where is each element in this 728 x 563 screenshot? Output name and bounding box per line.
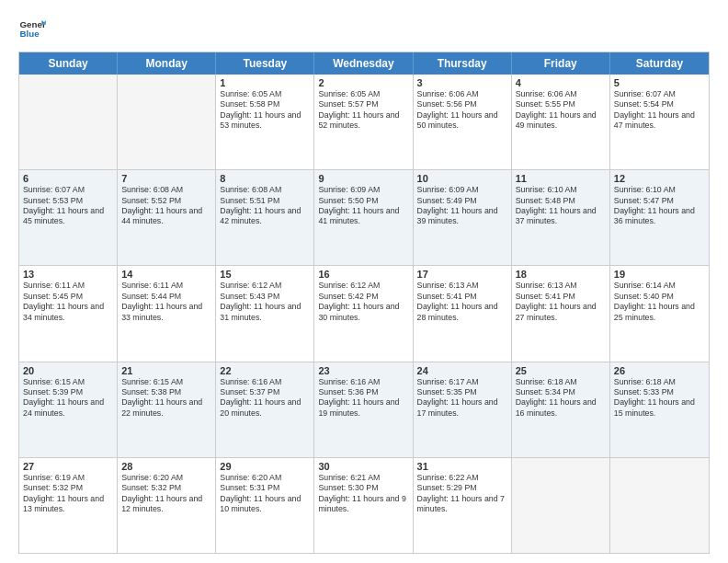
day-info: Sunrise: 6:06 AM Sunset: 5:55 PM Dayligh… <box>516 89 606 132</box>
day-number: 8 <box>220 173 310 184</box>
calendar-cell-day-31: 31Sunrise: 6:22 AM Sunset: 5:29 PM Dayli… <box>414 458 512 553</box>
day-number: 24 <box>417 365 507 376</box>
calendar-row-3: 13Sunrise: 6:11 AM Sunset: 5:45 PM Dayli… <box>19 266 709 362</box>
calendar: SundayMondayTuesdayWednesdayThursdayFrid… <box>18 52 710 554</box>
day-info: Sunrise: 6:10 AM Sunset: 5:48 PM Dayligh… <box>516 185 606 227</box>
calendar-cell-day-8: 8Sunrise: 6:08 AM Sunset: 5:51 PM Daylig… <box>216 170 314 265</box>
day-info: Sunrise: 6:20 AM Sunset: 5:31 PM Dayligh… <box>220 473 310 515</box>
calendar-cell-day-28: 28Sunrise: 6:20 AM Sunset: 5:32 PM Dayli… <box>118 458 216 553</box>
header-day-wednesday: Wednesday <box>314 52 413 75</box>
calendar-cell-day-17: 17Sunrise: 6:13 AM Sunset: 5:41 PM Dayli… <box>414 266 512 361</box>
day-info: Sunrise: 6:06 AM Sunset: 5:56 PM Dayligh… <box>417 89 507 132</box>
calendar-row-2: 6Sunrise: 6:07 AM Sunset: 5:53 PM Daylig… <box>19 170 709 266</box>
day-info: Sunrise: 6:11 AM Sunset: 5:44 PM Dayligh… <box>121 281 211 323</box>
calendar-cell-day-24: 24Sunrise: 6:17 AM Sunset: 5:35 PM Dayli… <box>414 362 512 457</box>
calendar-cell-day-16: 16Sunrise: 6:12 AM Sunset: 5:42 PM Dayli… <box>314 266 413 361</box>
day-info: Sunrise: 6:22 AM Sunset: 5:29 PM Dayligh… <box>417 473 507 515</box>
header-day-tuesday: Tuesday <box>216 52 314 75</box>
day-number: 11 <box>516 173 606 184</box>
day-info: Sunrise: 6:08 AM Sunset: 5:52 PM Dayligh… <box>121 185 211 227</box>
day-number: 3 <box>417 77 507 88</box>
calendar-cell-day-29: 29Sunrise: 6:20 AM Sunset: 5:31 PM Dayli… <box>216 458 314 553</box>
header-day-friday: Friday <box>512 52 610 75</box>
day-number: 22 <box>220 365 310 376</box>
header-day-thursday: Thursday <box>414 52 512 75</box>
day-info: Sunrise: 6:18 AM Sunset: 5:33 PM Dayligh… <box>614 377 705 419</box>
day-number: 29 <box>220 461 310 472</box>
calendar-cell-day-6: 6Sunrise: 6:07 AM Sunset: 5:53 PM Daylig… <box>19 170 118 265</box>
day-info: Sunrise: 6:20 AM Sunset: 5:32 PM Dayligh… <box>121 473 211 515</box>
calendar-cell-day-9: 9Sunrise: 6:09 AM Sunset: 5:50 PM Daylig… <box>314 170 413 265</box>
calendar-cell-day-20: 20Sunrise: 6:15 AM Sunset: 5:39 PM Dayli… <box>19 362 118 457</box>
day-info: Sunrise: 6:13 AM Sunset: 5:41 PM Dayligh… <box>516 281 606 323</box>
calendar-cell-day-18: 18Sunrise: 6:13 AM Sunset: 5:41 PM Dayli… <box>512 266 610 361</box>
day-number: 27 <box>23 461 113 472</box>
calendar-cell-empty <box>512 458 610 553</box>
day-info: Sunrise: 6:14 AM Sunset: 5:40 PM Dayligh… <box>614 281 705 323</box>
generalblue-logo-icon: General Blue <box>18 15 46 42</box>
day-number: 18 <box>516 269 606 280</box>
day-number: 12 <box>614 173 705 184</box>
day-number: 28 <box>121 461 211 472</box>
calendar-cell-day-5: 5Sunrise: 6:07 AM Sunset: 5:54 PM Daylig… <box>610 75 709 169</box>
calendar-header: SundayMondayTuesdayWednesdayThursdayFrid… <box>19 52 709 75</box>
day-number: 5 <box>614 77 705 88</box>
calendar-cell-day-19: 19Sunrise: 6:14 AM Sunset: 5:40 PM Dayli… <box>610 266 709 361</box>
calendar-cell-day-7: 7Sunrise: 6:08 AM Sunset: 5:52 PM Daylig… <box>118 170 216 265</box>
day-info: Sunrise: 6:09 AM Sunset: 5:50 PM Dayligh… <box>318 185 408 227</box>
day-number: 21 <box>121 365 211 376</box>
calendar-row-4: 20Sunrise: 6:15 AM Sunset: 5:39 PM Dayli… <box>19 362 709 458</box>
header: General Blue <box>18 15 710 42</box>
logo: General Blue <box>18 15 46 42</box>
day-info: Sunrise: 6:17 AM Sunset: 5:35 PM Dayligh… <box>417 377 507 419</box>
header-day-saturday: Saturday <box>610 52 709 75</box>
calendar-cell-day-22: 22Sunrise: 6:16 AM Sunset: 5:37 PM Dayli… <box>216 362 314 457</box>
day-number: 10 <box>417 173 507 184</box>
day-number: 17 <box>417 269 507 280</box>
day-number: 26 <box>614 365 705 376</box>
day-info: Sunrise: 6:05 AM Sunset: 5:57 PM Dayligh… <box>318 89 408 132</box>
day-number: 16 <box>318 269 408 280</box>
day-info: Sunrise: 6:11 AM Sunset: 5:45 PM Dayligh… <box>23 281 113 323</box>
calendar-cell-day-26: 26Sunrise: 6:18 AM Sunset: 5:33 PM Dayli… <box>610 362 709 457</box>
day-info: Sunrise: 6:21 AM Sunset: 5:30 PM Dayligh… <box>318 473 408 515</box>
day-number: 2 <box>318 77 408 88</box>
day-info: Sunrise: 6:10 AM Sunset: 5:47 PM Dayligh… <box>614 185 705 227</box>
day-info: Sunrise: 6:05 AM Sunset: 5:58 PM Dayligh… <box>220 89 310 132</box>
day-number: 14 <box>121 269 211 280</box>
day-number: 4 <box>516 77 606 88</box>
calendar-cell-empty <box>118 75 216 169</box>
day-number: 9 <box>318 173 408 184</box>
day-info: Sunrise: 6:13 AM Sunset: 5:41 PM Dayligh… <box>417 281 507 323</box>
day-info: Sunrise: 6:15 AM Sunset: 5:39 PM Dayligh… <box>23 377 113 419</box>
calendar-cell-day-13: 13Sunrise: 6:11 AM Sunset: 5:45 PM Dayli… <box>19 266 118 361</box>
day-info: Sunrise: 6:16 AM Sunset: 5:36 PM Dayligh… <box>318 377 408 419</box>
calendar-row-1: 1Sunrise: 6:05 AM Sunset: 5:58 PM Daylig… <box>19 75 709 170</box>
calendar-cell-day-11: 11Sunrise: 6:10 AM Sunset: 5:48 PM Dayli… <box>512 170 610 265</box>
day-number: 7 <box>121 173 211 184</box>
calendar-cell-day-27: 27Sunrise: 6:19 AM Sunset: 5:32 PM Dayli… <box>19 458 118 553</box>
calendar-cell-day-4: 4Sunrise: 6:06 AM Sunset: 5:55 PM Daylig… <box>512 75 610 169</box>
day-info: Sunrise: 6:08 AM Sunset: 5:51 PM Dayligh… <box>220 185 310 227</box>
day-info: Sunrise: 6:15 AM Sunset: 5:38 PM Dayligh… <box>121 377 211 419</box>
page: General Blue SundayMondayTuesdayWednesda… <box>0 0 728 563</box>
day-number: 19 <box>614 269 705 280</box>
calendar-cell-day-12: 12Sunrise: 6:10 AM Sunset: 5:47 PM Dayli… <box>610 170 709 265</box>
day-number: 1 <box>220 77 310 88</box>
calendar-cell-day-25: 25Sunrise: 6:18 AM Sunset: 5:34 PM Dayli… <box>512 362 610 457</box>
calendar-cell-day-14: 14Sunrise: 6:11 AM Sunset: 5:44 PM Dayli… <box>118 266 216 361</box>
day-info: Sunrise: 6:18 AM Sunset: 5:34 PM Dayligh… <box>516 377 606 419</box>
day-info: Sunrise: 6:09 AM Sunset: 5:49 PM Dayligh… <box>417 185 507 227</box>
day-info: Sunrise: 6:19 AM Sunset: 5:32 PM Dayligh… <box>23 473 113 515</box>
calendar-cell-day-21: 21Sunrise: 6:15 AM Sunset: 5:38 PM Dayli… <box>118 362 216 457</box>
day-info: Sunrise: 6:12 AM Sunset: 5:43 PM Dayligh… <box>220 281 310 323</box>
calendar-cell-empty <box>19 75 118 169</box>
day-info: Sunrise: 6:12 AM Sunset: 5:42 PM Dayligh… <box>318 281 408 323</box>
day-number: 25 <box>516 365 606 376</box>
calendar-cell-day-1: 1Sunrise: 6:05 AM Sunset: 5:58 PM Daylig… <box>216 75 314 169</box>
day-info: Sunrise: 6:07 AM Sunset: 5:53 PM Dayligh… <box>23 185 113 227</box>
svg-text:Blue: Blue <box>20 29 40 39</box>
calendar-cell-day-2: 2Sunrise: 6:05 AM Sunset: 5:57 PM Daylig… <box>314 75 413 169</box>
calendar-cell-day-15: 15Sunrise: 6:12 AM Sunset: 5:43 PM Dayli… <box>216 266 314 361</box>
day-number: 15 <box>220 269 310 280</box>
